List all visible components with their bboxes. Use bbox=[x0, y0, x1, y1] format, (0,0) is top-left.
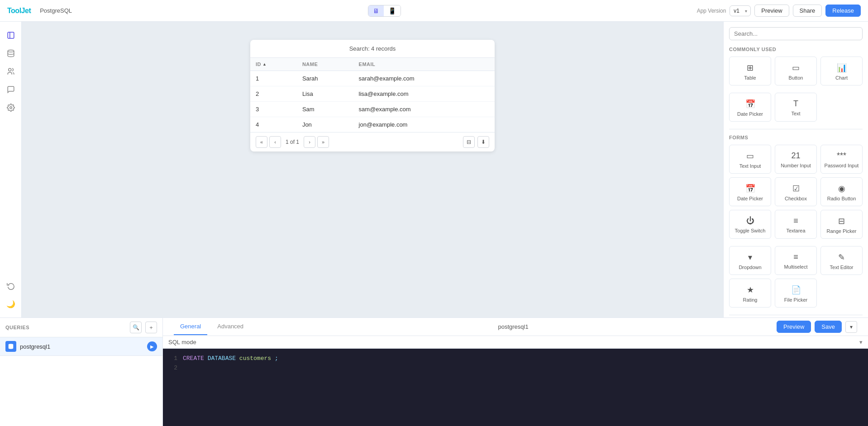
sql-mode-label: SQL mode bbox=[168, 339, 859, 346]
svg-point-3 bbox=[8, 68, 11, 71]
sql-mode-bar: SQL mode ▾ bbox=[163, 336, 868, 349]
number-input-widget-label: Number Input bbox=[781, 163, 811, 168]
date-picker-widget-icon: 📅 bbox=[745, 99, 755, 109]
password-input-widget[interactable]: ***Password Input bbox=[820, 145, 863, 174]
checkbox-widget-icon: ☑ bbox=[792, 184, 800, 194]
sidebar-item-darkmode[interactable]: 🌙 bbox=[3, 296, 19, 312]
sidebar-item-comments[interactable] bbox=[3, 81, 19, 98]
button-widget-icon: ▭ bbox=[792, 63, 800, 73]
commonly-used-grid: ⊞Table▭Button📊Chart bbox=[729, 57, 863, 85]
query-name-display: postgresql1 bbox=[253, 323, 773, 330]
pagination: « ‹ 1 of 1 › » bbox=[256, 136, 329, 148]
date-picker-form-widget[interactable]: 📅Date Picker bbox=[729, 177, 771, 206]
dropdown-widget[interactable]: ▾Dropdown bbox=[729, 246, 771, 275]
number-input-widget[interactable]: 21Number Input bbox=[775, 145, 817, 174]
tab-advanced[interactable]: Advanced bbox=[211, 318, 250, 335]
desktop-view-button[interactable]: 🖥 bbox=[368, 5, 384, 16]
run-query-button[interactable]: ▶ bbox=[147, 341, 157, 351]
last-page-button[interactable]: » bbox=[317, 136, 329, 148]
col-header-id[interactable]: ID ▲ bbox=[250, 58, 297, 71]
chart-widget-icon: 📊 bbox=[837, 63, 847, 73]
button-widget[interactable]: ▭Button bbox=[775, 57, 817, 85]
canvas-area[interactable]: Search: 4 records ID ▲ NAME EMAIL bbox=[22, 22, 723, 317]
multiselect-widget[interactable]: ≡Multiselect bbox=[775, 246, 817, 275]
sidebar-item-settings[interactable] bbox=[3, 99, 19, 116]
rating-widget[interactable]: ★Rating bbox=[729, 279, 771, 308]
sidebar-item-pages[interactable] bbox=[3, 27, 19, 43]
cell-name: Sarah bbox=[297, 71, 353, 86]
rating-widget-label: Rating bbox=[743, 297, 758, 303]
multiselect-widget-icon: ≡ bbox=[793, 252, 798, 262]
topbar: ToolJet PostgreSQL 🖥 📱 App Version v1 Pr… bbox=[0, 0, 868, 22]
sidebar-item-undo[interactable] bbox=[3, 278, 19, 294]
table-widget-label: Table bbox=[744, 75, 756, 80]
query-save-button[interactable]: Save bbox=[815, 321, 842, 333]
release-button[interactable]: Release bbox=[825, 5, 861, 17]
query-item[interactable]: postgresql1 ▶ bbox=[0, 337, 162, 356]
cell-name: Sam bbox=[297, 102, 353, 117]
svg-point-4 bbox=[10, 107, 12, 109]
text-editor-widget[interactable]: ✎Text Editor bbox=[820, 246, 863, 275]
textarea-widget[interactable]: ≡Textarea bbox=[775, 210, 817, 239]
data-table: ID ▲ NAME EMAIL 1Sarahsarah@example.com2… bbox=[250, 58, 495, 132]
text-input-widget-label: Text Input bbox=[739, 163, 761, 169]
svg-point-2 bbox=[8, 50, 14, 52]
query-editor: General Advanced postgresql1 Preview Sav… bbox=[163, 318, 868, 426]
password-input-widget-icon: *** bbox=[837, 151, 846, 161]
preview-button[interactable]: Preview bbox=[754, 5, 789, 17]
date-picker-form-widget-label: Date Picker bbox=[737, 196, 763, 201]
col-header-email[interactable]: EMAIL bbox=[353, 58, 495, 71]
multiselect-widget-label: Multiselect bbox=[784, 264, 808, 270]
line-num-2: 2 bbox=[170, 364, 177, 373]
add-query-button[interactable]: ＋ bbox=[145, 322, 157, 333]
radio-button-widget[interactable]: ◉Radio Button bbox=[820, 177, 863, 206]
number-input-widget-icon: 21 bbox=[791, 151, 800, 161]
sidebar-item-users[interactable] bbox=[3, 63, 19, 80]
query-list-header: QUERIES 🔍 ＋ bbox=[0, 318, 162, 337]
chart-widget-label: Chart bbox=[835, 75, 848, 80]
cell-name: Jon bbox=[297, 117, 353, 133]
prev-page-button[interactable]: ‹ bbox=[269, 136, 281, 148]
first-page-button[interactable]: « bbox=[256, 136, 267, 148]
checkbox-widget[interactable]: ☑Checkbox bbox=[775, 177, 817, 206]
checkbox-widget-label: Checkbox bbox=[785, 196, 807, 201]
table-widget[interactable]: ⊞Table bbox=[729, 57, 771, 85]
date-picker-form-widget-icon: 📅 bbox=[745, 184, 755, 194]
query-preview-button[interactable]: Preview bbox=[777, 321, 811, 333]
code-editor[interactable]: 1 CREATE DATABASE customers ; 2 bbox=[163, 349, 868, 426]
chart-widget[interactable]: 📊Chart bbox=[820, 57, 863, 85]
download-button[interactable]: ⬇ bbox=[477, 136, 489, 148]
line-num-1: 1 bbox=[170, 354, 177, 364]
file-picker-widget[interactable]: 📄File Picker bbox=[775, 279, 817, 308]
main-layout: 🌙 Search: 4 records ID ▲ bbox=[0, 22, 868, 317]
sidebar-item-data[interactable] bbox=[3, 45, 19, 62]
query-collapse-button[interactable]: ▾ bbox=[845, 321, 857, 333]
next-page-button[interactable]: › bbox=[304, 136, 315, 148]
table-row: 1Sarahsarah@example.com bbox=[250, 71, 495, 86]
tab-general[interactable]: General bbox=[174, 318, 207, 335]
col-header-name[interactable]: NAME bbox=[297, 58, 353, 71]
date-picker-widget[interactable]: 📅Date Picker bbox=[729, 93, 771, 122]
device-toggle: 🖥 📱 bbox=[368, 5, 401, 17]
range-picker-widget[interactable]: ⊟Range Picker bbox=[820, 210, 863, 239]
mobile-view-button[interactable]: 📱 bbox=[384, 5, 401, 16]
sql-mode-chevron[interactable]: ▾ bbox=[859, 339, 863, 346]
version-select[interactable]: v1 bbox=[730, 5, 751, 16]
share-button[interactable]: Share bbox=[793, 5, 822, 17]
text-widget-label: Text bbox=[791, 111, 800, 116]
search-queries-button[interactable]: 🔍 bbox=[130, 322, 142, 333]
app-version-label: App Version bbox=[697, 8, 726, 14]
toggle-switch-widget-label: Toggle Switch bbox=[735, 228, 766, 233]
toggle-switch-widget[interactable]: ⏻Toggle Switch bbox=[729, 210, 771, 239]
text-widget-icon: T bbox=[793, 99, 798, 109]
table-footer-right: ⊟ ⬇ bbox=[463, 136, 489, 148]
filter-button[interactable]: ⊟ bbox=[463, 136, 475, 148]
version-wrapper: v1 bbox=[730, 5, 751, 16]
cell-name: Lisa bbox=[297, 86, 353, 102]
radio-button-widget-icon: ◉ bbox=[838, 184, 845, 194]
toggle-switch-widget-icon: ⏻ bbox=[746, 216, 754, 226]
text-input-widget[interactable]: ▭Text Input bbox=[729, 145, 771, 174]
range-picker-widget-label: Range Picker bbox=[826, 228, 856, 234]
text-widget[interactable]: TText bbox=[775, 93, 817, 122]
widget-search-input[interactable] bbox=[729, 27, 863, 40]
